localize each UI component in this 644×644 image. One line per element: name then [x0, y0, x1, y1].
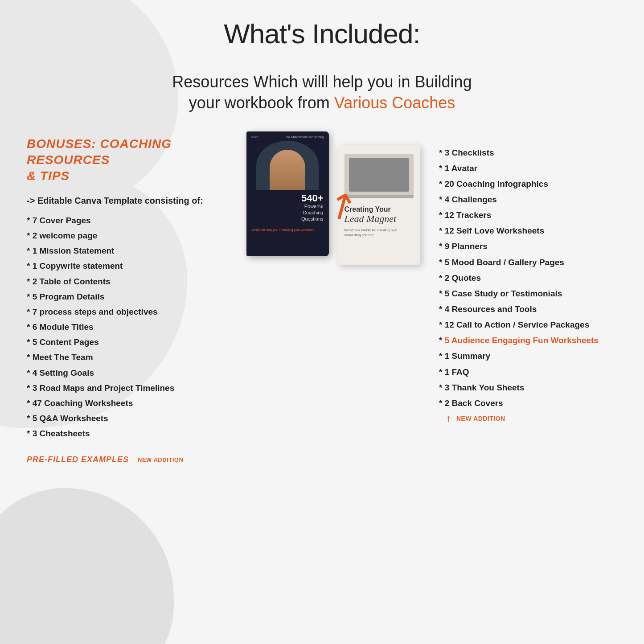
right-list-item: 4 Resources and Tools [439, 301, 617, 317]
bonuses-title: BONUSES: COACHING RESOURCES & TIPS [27, 136, 214, 185]
book1-year: 2021 [251, 135, 259, 139]
new-addition-row: ↑ NEW ADDITION [439, 413, 617, 424]
left-column: BONUSES: COACHING RESOURCES & TIPS -> Ed… [27, 131, 214, 464]
right-column: 3 Checklists1 Avatar20 Coaching Infograp… [439, 131, 617, 464]
subtitle-section: Resources Which willl help you in Buildi… [27, 72, 617, 114]
right-list-item: 12 Self Love Worksheets [439, 223, 617, 238]
page-title: What's Included: [27, 18, 617, 49]
new-addition-badge-bottom: NEW ADDITION [138, 456, 183, 463]
page-wrapper: What's Included: Resources Which willl h… [0, 0, 644, 644]
right-list-item: 5 Audience Engaging Fun Worksheets [439, 332, 617, 348]
right-list-item: 9 Planners [439, 238, 617, 254]
right-list-item: 5 Mood Board / Gallery Pages [439, 254, 617, 270]
left-list-item: Meet The Team [27, 350, 214, 365]
right-list-item: 12 Trackers [439, 207, 617, 223]
left-list-item: 6 Module Titles [27, 320, 214, 335]
main-content: What's Included: Resources Which willl h… [0, 0, 644, 482]
left-list-item: 5 Content Pages [27, 335, 214, 350]
books-area: 2021 by Millennials Marketing 540+ Power… [233, 131, 420, 274]
left-list-item: 4 Setting Goals [27, 365, 214, 381]
center-column: 2021 by Millennials Marketing 540+ Power… [232, 131, 421, 464]
right-list-item: 1 Avatar [439, 160, 617, 176]
left-list-item: 2 Table of Contents [27, 274, 214, 289]
bottom-badges: PRE-FILLED EXAMPLES NEW ADDITION [27, 455, 214, 464]
right-list-item: 5 Case Study or Testimonials [439, 286, 617, 301]
book2-laptop-image [345, 154, 414, 198]
book1-tagline: Which will help you in building your wor… [246, 228, 329, 231]
right-list-item: 4 Challenges [439, 192, 617, 207]
book1-subtitle: Powerful Coaching Questions [252, 203, 324, 222]
book1-figure [270, 150, 305, 190]
right-list-item: 20 Coaching Infographics [439, 176, 617, 192]
right-list-item: 3 Thank You Sheets [439, 380, 617, 395]
blob-bottom-left [0, 488, 174, 644]
right-list-item: 2 Back Covers [439, 395, 617, 411]
new-addition-badge-right: NEW ADDITION [456, 415, 505, 422]
right-list-item: 2 Quotes [439, 270, 617, 286]
left-list-item: 7 Cover Pages [27, 213, 214, 228]
right-list-item: 1 Summary [439, 348, 617, 364]
editable-label: -> Editable Canva Template consisting of… [27, 196, 214, 206]
pre-filled-label: PRE-FILLED EXAMPLES [27, 455, 129, 464]
left-list-item: 7 process steps and objectives [27, 304, 214, 320]
left-list-item: 47 Coaching Worksheets [27, 396, 214, 411]
left-items-list: 7 Cover Pages2 welcome page1 Mission Sta… [27, 213, 214, 442]
right-list-item: 3 Checklists [439, 145, 617, 160]
book1-header: 2021 by Millennials Marketing [246, 131, 329, 141]
book1-text: 540+ Powerful Coaching Questions [246, 190, 329, 226]
arrow-up-icon: ↑ [446, 413, 451, 424]
left-list-item: 3 Cheatsheets [27, 426, 214, 441]
right-list-item: 12 Call to Action / Service Packages [439, 317, 617, 332]
book1-number: 540+ [252, 193, 324, 203]
book1-photo [256, 141, 319, 190]
left-list-item: 5 Program Details [27, 289, 214, 304]
subtitle-line1: Resources Which willl help you in Buildi… [172, 73, 472, 91]
left-list-item: 1 Mission Statement [27, 243, 214, 258]
subtitle-highlight: Various Coaches [334, 94, 455, 112]
left-list-item: 5 Q&A Worksheets [27, 411, 214, 426]
left-list-item: 1 Copywrite statement [27, 258, 214, 274]
book1: 2021 by Millennials Marketing 540+ Power… [246, 131, 329, 256]
left-list-item: 2 welcome page [27, 228, 214, 243]
right-items-list: 3 Checklists1 Avatar20 Coaching Infograp… [439, 145, 617, 411]
right-list-item: 1 FAQ [439, 364, 617, 380]
subtitle-line2: your workbook from [189, 94, 334, 112]
left-list-item: 3 Road Maps and Project Timelines [27, 381, 214, 396]
book1-publisher: by Millennials Marketing [286, 135, 324, 139]
main-body: BONUSES: COACHING RESOURCES & TIPS -> Ed… [27, 131, 617, 464]
book2-subtitle: Workbook Guide for creating high convert… [345, 228, 414, 238]
